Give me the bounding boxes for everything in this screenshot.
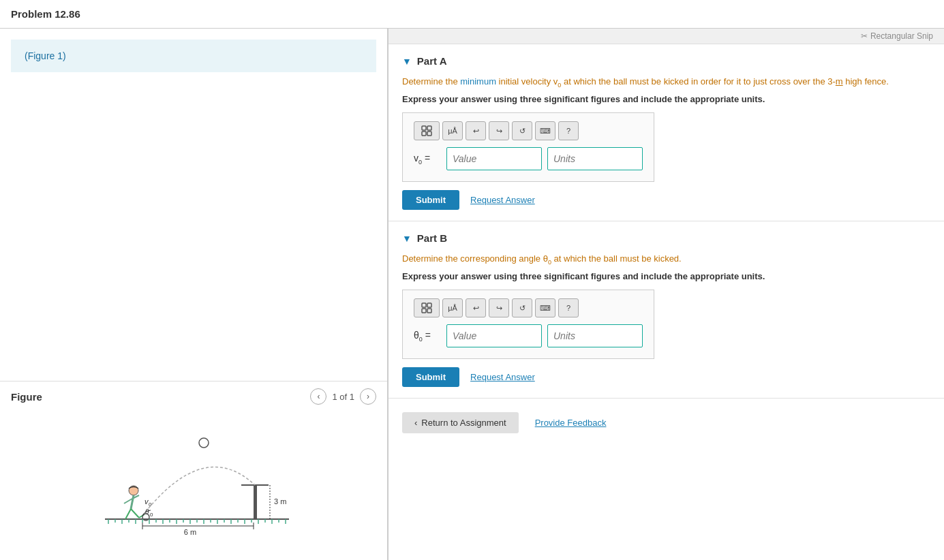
part-a-title: Part A — [417, 55, 447, 67]
svg-rect-51 — [422, 131, 426, 136]
svg-text:6 m: 6 m — [184, 528, 196, 536]
figure-label: (Figure 1) — [11, 40, 376, 72]
svg-rect-54 — [427, 303, 431, 307]
snip-label: Rectangular Snip — [870, 31, 933, 41]
figure-prev-button[interactable]: ‹ — [310, 388, 326, 405]
figure-next-button[interactable]: › — [360, 388, 376, 405]
part-b-units-input[interactable] — [547, 324, 643, 347]
part-a-reset-button[interactable]: ↺ — [512, 121, 532, 140]
part-b-instruction: Express your answer using three signific… — [402, 271, 930, 281]
part-a-section: ▼ Part A Determine the minimum initial v… — [389, 44, 944, 221]
svg-rect-50 — [427, 126, 431, 130]
part-b-collapse-button[interactable]: ▼ — [402, 233, 412, 244]
part-b-problem-text: Determine the corresponding angle θ0 at … — [402, 252, 930, 267]
part-b-section: ▼ Part B Determine the corresponding ang… — [389, 221, 944, 399]
part-b-actions: Submit Request Answer — [402, 367, 930, 387]
page-title: Problem 12.86 — [0, 0, 944, 29]
part-a-units-input[interactable] — [547, 147, 643, 170]
svg-rect-52 — [427, 131, 431, 136]
svg-rect-56 — [427, 309, 431, 313]
left-panel: (Figure 1) Figure ‹ 1 of 1 › — [0, 29, 389, 560]
part-a-request-answer-button[interactable]: Request Answer — [470, 195, 535, 205]
svg-line-37 — [125, 509, 131, 519]
return-to-assignment-button[interactable]: ‹ Return to Assignment — [402, 412, 519, 433]
figure-header: Figure ‹ 1 of 1 › — [11, 388, 376, 405]
part-b-undo-button[interactable]: ↩ — [466, 298, 486, 317]
svg-text:3 m: 3 m — [274, 497, 286, 505]
back-icon: ‹ — [414, 418, 417, 428]
svg-rect-49 — [422, 126, 426, 130]
part-a-problem-text: Determine the minimum initial velocity v… — [402, 75, 930, 90]
part-a-toolbar: μÅ ↩ ↪ ↺ ⌨ ? — [414, 121, 643, 140]
provide-feedback-button[interactable]: Provide Feedback — [535, 418, 607, 428]
part-b-keyboard-button[interactable]: ⌨ — [535, 298, 555, 317]
figure-section: Figure ‹ 1 of 1 › — [0, 381, 387, 560]
part-b-reset-button[interactable]: ↺ — [512, 298, 532, 317]
part-a-undo-button[interactable]: ↩ — [466, 121, 486, 140]
part-b-units-button[interactable]: μÅ — [442, 298, 463, 317]
part-b-redo-button[interactable]: ↪ — [489, 298, 509, 317]
part-b-header: ▼ Part B — [402, 232, 930, 244]
part-a-answer-box: μÅ ↩ ↪ ↺ ⌨ ? v0 = — [402, 112, 654, 182]
part-b-submit-button[interactable]: Submit — [402, 367, 459, 387]
part-b-request-answer-button[interactable]: Request Answer — [470, 372, 535, 382]
figure-page-indicator: 1 of 1 — [332, 392, 354, 402]
figure-image: 3 m — [11, 410, 376, 553]
part-b-var-label: θ0 = — [414, 330, 441, 343]
part-b-answer-box: μÅ ↩ ↪ ↺ ⌨ ? θ0 = — [402, 290, 654, 359]
part-b-value-input[interactable] — [446, 324, 542, 347]
bottom-actions: ‹ Return to Assignment Provide Feedback — [389, 399, 944, 447]
part-b-input-row: θ0 = — [414, 324, 643, 347]
figure-title: Figure — [11, 391, 42, 403]
part-b-matrix-button[interactable] — [414, 298, 440, 317]
part-a-redo-button[interactable]: ↪ — [489, 121, 509, 140]
part-b-toolbar: μÅ ↩ ↪ ↺ ⌨ ? — [414, 298, 643, 317]
part-a-units-button[interactable]: μÅ — [442, 121, 463, 140]
part-a-matrix-button[interactable] — [414, 121, 440, 140]
snip-icon: ✂ — [861, 31, 868, 41]
right-panel: ✂ Rectangular Snip ▼ Part A Determine th… — [389, 29, 944, 560]
svg-line-38 — [131, 509, 139, 518]
return-label: Return to Assignment — [421, 418, 506, 428]
svg-rect-55 — [422, 309, 426, 313]
part-a-instruction: Express your answer using three signific… — [402, 94, 930, 104]
svg-text:0: 0 — [150, 512, 153, 518]
part-a-keyboard-button[interactable]: ⌨ — [535, 121, 555, 140]
svg-rect-28 — [254, 485, 257, 519]
svg-line-35 — [124, 499, 132, 503]
part-a-collapse-button[interactable]: ▼ — [402, 56, 412, 67]
part-a-help-button[interactable]: ? — [558, 121, 579, 140]
part-a-var-label: v0 = — [414, 153, 441, 166]
svg-line-34 — [131, 495, 134, 509]
part-a-value-input[interactable] — [446, 147, 542, 170]
svg-text:θ: θ — [145, 508, 149, 516]
part-a-submit-button[interactable]: Submit — [402, 190, 459, 210]
svg-text:0: 0 — [149, 501, 152, 508]
snip-bar: ✂ Rectangular Snip — [389, 29, 944, 44]
part-b-title: Part B — [417, 232, 447, 244]
part-a-input-row: v0 = — [414, 147, 643, 170]
svg-point-32 — [199, 438, 209, 448]
part-a-header: ▼ Part A — [402, 55, 930, 67]
part-a-actions: Submit Request Answer — [402, 190, 930, 210]
svg-rect-53 — [422, 303, 426, 307]
figure-navigation: ‹ 1 of 1 › — [310, 388, 376, 405]
part-b-help-button[interactable]: ? — [558, 298, 579, 317]
